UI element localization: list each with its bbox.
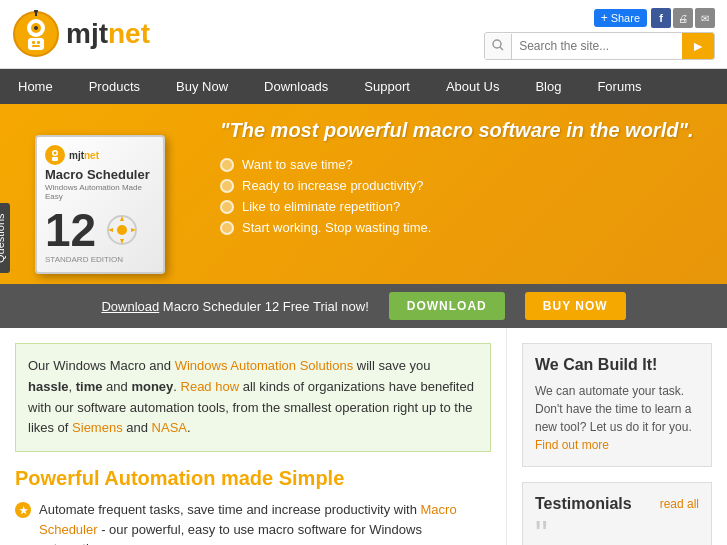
print-icon[interactable]: 🖨 xyxy=(673,8,693,28)
share-label: Share xyxy=(611,12,640,24)
svg-line-11 xyxy=(500,47,503,50)
nasa-link[interactable]: NASA xyxy=(152,420,187,435)
hero-bullet-2: Ready to increase productivity? xyxy=(220,178,707,193)
hero-content: "The most powerful macro software in the… xyxy=(200,104,727,284)
header-right: + Share f 🖨 ✉ ► xyxy=(484,8,715,60)
main-nav: Home Products Buy Now Downloads Support … xyxy=(0,69,727,104)
product-logo-icon xyxy=(45,145,65,165)
build-text: We can automate your task. Don't have th… xyxy=(535,382,699,454)
hero-bullet-3: Like to eliminate repetition? xyxy=(220,199,707,214)
build-description: We can automate your task. Don't have th… xyxy=(535,384,692,434)
share-button[interactable]: + Share xyxy=(594,9,647,27)
email-icon[interactable]: ✉ xyxy=(695,8,715,28)
nav-buynow[interactable]: Buy Now xyxy=(158,69,246,104)
product-box: mjtnet Macro Scheduler Windows Automatio… xyxy=(35,135,165,274)
bullet-icon-3 xyxy=(220,200,234,214)
bullet-icon-2 xyxy=(220,179,234,193)
build-box: We Can Build It! We can automate your ta… xyxy=(522,343,712,467)
product-gear-icon xyxy=(104,212,140,248)
product-version: 12 xyxy=(45,207,96,253)
testimonials-title: Testimonials xyxy=(535,495,632,513)
download-bar: Download Macro Scheduler 12 Free Trial n… xyxy=(0,284,727,328)
bullet-icon-1 xyxy=(220,158,234,172)
bullet-icon-4 xyxy=(220,221,234,235)
main-left: Our Windows Macro and Windows Automation… xyxy=(0,328,507,545)
find-out-more-link[interactable]: Find out more xyxy=(535,438,609,452)
intro-text-1: Our Windows Macro and xyxy=(28,358,175,373)
main-right: We Can Build It! We can automate your ta… xyxy=(507,328,727,545)
nav-home[interactable]: Home xyxy=(0,69,71,104)
nav-aboutus[interactable]: About Us xyxy=(428,69,517,104)
search-input[interactable] xyxy=(512,34,682,58)
svg-rect-14 xyxy=(52,157,58,161)
build-title: We Can Build It! xyxy=(535,356,699,374)
product-name: Macro Scheduler xyxy=(45,167,155,183)
windows-automation-link[interactable]: Windows Automation Solutions xyxy=(175,358,353,373)
download-button[interactable]: DOWNLOAD xyxy=(389,292,505,320)
buynow-button[interactable]: BUY NOW xyxy=(525,292,626,320)
logo-text: mjtnet xyxy=(66,18,150,50)
share-bar: + Share f 🖨 ✉ xyxy=(594,8,715,28)
header: mjtnet + Share f 🖨 ✉ ► xyxy=(0,0,727,69)
logo-icon xyxy=(12,10,60,58)
questions-tab[interactable]: Questions xyxy=(0,203,10,273)
nav-support[interactable]: Support xyxy=(346,69,428,104)
product-box-container: mjtnet Macro Scheduler Windows Automatio… xyxy=(0,104,200,284)
svg-rect-6 xyxy=(28,38,44,50)
intro-text-5: . xyxy=(187,420,191,435)
intro-box: Our Windows Macro and Windows Automation… xyxy=(15,343,491,452)
intro-text-4: and xyxy=(123,420,152,435)
testimonials-header: Testimonials read all xyxy=(535,495,699,513)
questions-label: Questions xyxy=(0,213,6,263)
svg-point-16 xyxy=(117,225,127,235)
feature-text-1: Automate frequent tasks, save time and i… xyxy=(39,500,491,545)
svg-rect-9 xyxy=(32,45,40,47)
main-content: Our Windows Macro and Windows Automation… xyxy=(0,328,727,545)
hero-bullet-4: Start working. Stop wasting time. xyxy=(220,220,707,235)
macro-scheduler-link[interactable]: Macro Scheduler xyxy=(39,502,457,537)
search-button[interactable]: ► xyxy=(682,33,714,59)
search-bar: ► xyxy=(484,32,715,60)
svg-rect-8 xyxy=(37,41,40,44)
hero-tagline: "The most powerful macro software in the… xyxy=(220,119,707,142)
testimonials-box: Testimonials read all " Microsoft came i… xyxy=(522,482,712,545)
product-logo-text: mjtnet xyxy=(69,150,99,161)
logo[interactable]: mjtnet xyxy=(12,10,150,58)
svg-point-3 xyxy=(34,26,38,30)
product-download-text: Macro Scheduler 12 Free Trial now! xyxy=(163,299,369,314)
siemens-link[interactable]: Siemens xyxy=(72,420,123,435)
quote-mark: " xyxy=(535,521,699,545)
svg-rect-7 xyxy=(32,41,35,44)
facebook-icon[interactable]: f xyxy=(651,8,671,28)
svg-point-10 xyxy=(493,40,501,48)
nav-downloads[interactable]: Downloads xyxy=(246,69,346,104)
hero-bullet-1: Want to save time? xyxy=(220,157,707,172)
feature-bullet-1: ★ xyxy=(15,502,31,518)
nav-forums[interactable]: Forums xyxy=(579,69,659,104)
nav-blog[interactable]: Blog xyxy=(517,69,579,104)
product-edition: STANDARD EDITION xyxy=(45,255,155,264)
hero-banner: mjtnet Macro Scheduler Windows Automatio… xyxy=(0,104,727,284)
share-icons: f 🖨 ✉ xyxy=(651,8,715,28)
search-icon xyxy=(485,34,512,59)
product-subtitle: Windows Automation Made Easy xyxy=(45,183,155,201)
read-how-link[interactable]: Read how xyxy=(181,379,240,394)
download-link[interactable]: Download xyxy=(101,299,159,314)
svg-point-13 xyxy=(54,152,57,155)
read-all-link[interactable]: read all xyxy=(660,497,699,511)
nav-products[interactable]: Products xyxy=(71,69,158,104)
automation-title: Powerful Automation made Simple xyxy=(15,467,491,490)
download-bar-text: Download Macro Scheduler 12 Free Trial n… xyxy=(101,299,368,314)
feature-item-1: ★ Automate frequent tasks, save time and… xyxy=(15,500,491,545)
